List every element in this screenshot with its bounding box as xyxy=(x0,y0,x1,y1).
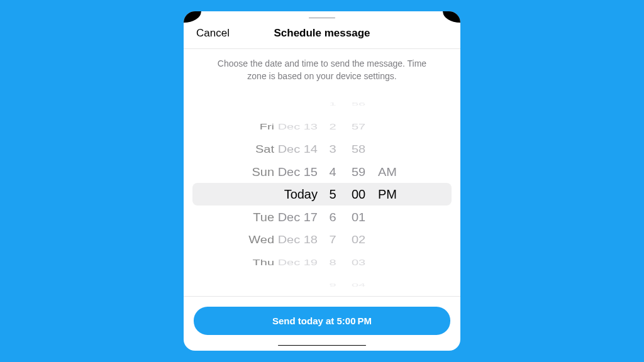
picker-date-row: Sat Dec 14 xyxy=(243,140,318,159)
picker-minute-row: 58 xyxy=(348,140,369,159)
ampm-column[interactable]: AM PM xyxy=(378,92,401,296)
picker-hour-row: 8 xyxy=(326,255,339,270)
home-indicator[interactable] xyxy=(278,345,366,346)
corner-mask-left xyxy=(184,11,201,23)
picker-hour-selected: 5 xyxy=(326,183,339,206)
picker-hour-row: 6 xyxy=(326,206,339,228)
picker-hour-row: 3 xyxy=(326,140,339,159)
send-button[interactable]: Send today at 5:00 PM xyxy=(194,307,450,335)
header: Cancel Schedule message xyxy=(184,22,460,49)
picker-minute-selected: 00 xyxy=(348,183,369,206)
picker-date-row: Wed Dec 18 xyxy=(243,230,318,250)
picker-hour-row: 7 xyxy=(326,230,339,250)
picker-ampm-selected: PM xyxy=(378,183,401,206)
picker-date-row: Fri Dec 13 xyxy=(243,119,318,134)
picker-date-selected: Today xyxy=(243,183,318,206)
picker-date-row: Sun Dec 15 xyxy=(243,161,318,183)
sheet-grabber[interactable] xyxy=(309,18,335,18)
footer: Send today at 5:00 PM xyxy=(184,297,460,345)
picker-hour-row: 4 xyxy=(326,161,339,183)
schedule-sheet: Cancel Schedule message Choose the date … xyxy=(184,11,460,351)
datetime-picker[interactable]: Fri Dec 13 Sat Dec 14 Sun Dec 15 Today T… xyxy=(184,92,460,296)
picker-minute-row: 56 xyxy=(348,100,369,109)
picker-minute-row: 04 xyxy=(348,281,369,290)
description-text: Choose the date and time to send the mes… xyxy=(184,49,460,89)
hour-column[interactable]: 1 2 3 4 5 6 7 8 9 xyxy=(326,92,339,296)
picker-hour-row: 2 xyxy=(326,119,339,134)
picker-date-row: Thu Dec 19 xyxy=(243,255,318,270)
date-column[interactable]: Fri Dec 13 Sat Dec 14 Sun Dec 15 Today T… xyxy=(243,92,318,296)
picker-minute-row: 03 xyxy=(348,255,369,270)
minute-column[interactable]: 56 57 58 59 00 01 02 03 04 xyxy=(348,92,369,296)
picker-ampm-row: AM xyxy=(378,161,401,183)
picker-minute-row: 02 xyxy=(348,230,369,250)
sheet-title: Schedule message xyxy=(196,27,448,40)
picker-minute-row: 57 xyxy=(348,119,369,134)
picker-hour-row: 9 xyxy=(326,281,339,290)
picker-minute-row: 59 xyxy=(348,161,369,183)
picker-hour-row: 1 xyxy=(326,100,339,109)
picker-columns: Fri Dec 13 Sat Dec 14 Sun Dec 15 Today T… xyxy=(243,92,401,296)
picker-minute-row: 01 xyxy=(348,206,369,228)
picker-date-row: Tue Dec 17 xyxy=(243,206,318,228)
corner-mask-right xyxy=(443,11,460,23)
